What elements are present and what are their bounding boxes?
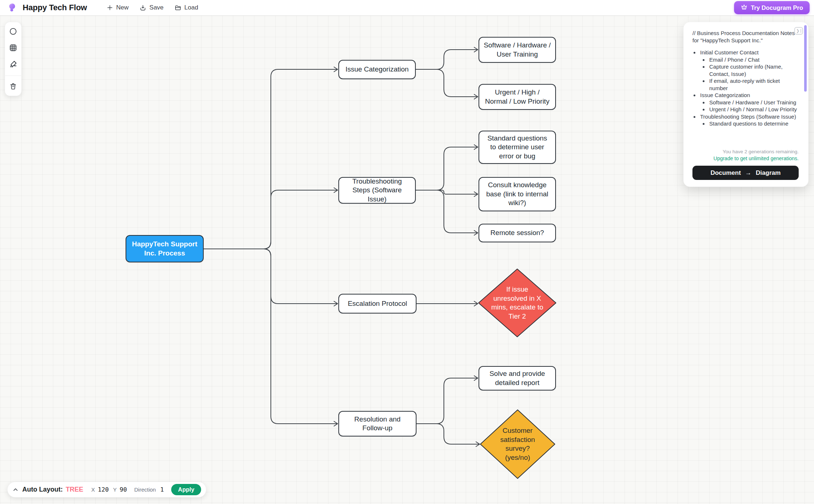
new-button[interactable]: New <box>107 4 128 11</box>
edge-troubleshooting-to-consult-kb <box>416 190 478 194</box>
save-button[interactable]: Save <box>139 4 164 11</box>
note-subitem: Capture customer info (Name, Contact, Is… <box>709 63 799 77</box>
node-root[interactable]: HappyTech Support Inc. Process <box>126 235 204 262</box>
collapse-panel-icon[interactable]: ❯ <box>794 27 803 35</box>
brush-tool-button[interactable] <box>8 59 19 70</box>
save-label: Save <box>149 4 164 11</box>
x-spacing-field[interactable]: 120 <box>98 486 109 493</box>
load-button[interactable]: Load <box>174 4 198 11</box>
node-satisfaction-survey[interactable] <box>480 410 555 478</box>
app-logo-icon <box>7 2 18 14</box>
toolbar-divider <box>5 76 21 76</box>
grid-tool-icon <box>9 43 18 53</box>
generations-remaining: You have 2 generations remaining. <box>692 149 799 155</box>
node-escalation[interactable]: Escalation Protocol <box>338 294 416 313</box>
node-remote-session[interactable]: Remote session? <box>479 224 556 242</box>
try-pro-button[interactable]: Try Docugram Pro <box>734 1 810 14</box>
note-item: Initial Customer ContactEmail / Phone / … <box>699 49 799 92</box>
chevron-up-icon[interactable] <box>13 488 18 491</box>
ellipse-tool-button[interactable] <box>8 26 19 37</box>
node-consult-kb[interactable]: Consult knowledge base (link to internal… <box>479 177 556 211</box>
note-subitem: Software / Hardware / User Training <box>709 99 799 106</box>
load-label: Load <box>184 4 198 11</box>
brush-tool-icon <box>9 60 18 70</box>
node-troubleshooting[interactable]: Troubleshooting Steps (Software Issue) <box>338 177 416 204</box>
note-subitem: If email, auto-reply with ticket number <box>709 77 799 92</box>
edge-troubleshooting-to-standard-questions <box>416 147 478 190</box>
note-item: Troubleshooting Steps (Software Issue)St… <box>699 113 799 127</box>
notes-footer: You have 2 generations remaining. Upgrad… <box>692 149 799 180</box>
node-priority[interactable]: Urgent / High / Normal / Low Priority <box>479 84 556 110</box>
node-issue-categorization[interactable]: Issue Categorization <box>338 60 416 79</box>
new-label: New <box>116 4 128 11</box>
upgrade-link[interactable]: Upgrade to get unlimited generations. <box>692 155 799 162</box>
direction-field[interactable]: 1 <box>160 486 164 493</box>
grid-tool-button[interactable] <box>8 43 19 54</box>
header-actions: NewSaveLoad <box>107 4 198 11</box>
layout-mode-value[interactable]: TREE <box>66 486 83 493</box>
edge-root-to-resolution <box>204 249 338 424</box>
header: Happy Tech Flow NewSaveLoad Try Docugram… <box>0 0 814 16</box>
direction-label: Direction <box>134 486 156 493</box>
note-subitem: Standard questions to determine <box>709 120 799 127</box>
notes-panel: ❯ // Business Process Documentation Note… <box>683 22 809 187</box>
folder-icon <box>174 4 181 11</box>
arrow-right-icon: → <box>745 169 752 177</box>
node-standard-questions[interactable]: Standard questions to determine user err… <box>479 131 556 164</box>
crown-icon <box>741 4 748 12</box>
note-item: Issue CategorizationSoftware / Hardware … <box>699 92 799 113</box>
circle-tool-icon <box>9 27 18 37</box>
notes-title: // Business Process Documentation Notes … <box>692 30 799 44</box>
delete-tool-button[interactable] <box>8 81 19 92</box>
node-solve-report[interactable]: Solve and provide detailed report <box>479 366 556 390</box>
y-label: Y <box>113 486 117 493</box>
node-escalate-tier2[interactable] <box>479 269 556 337</box>
apply-button[interactable]: Apply <box>171 484 201 495</box>
note-subitem: Urgent / High / Normal / Low Priority <box>709 106 799 113</box>
note-subitem: Email / Phone / Chat <box>709 56 799 64</box>
trash-icon <box>9 82 17 92</box>
edge-troubleshooting-to-remote-session <box>416 190 478 233</box>
notes-body[interactable]: // Business Process Documentation Notes … <box>692 30 799 147</box>
node-resolution[interactable]: Resolution and Follow-up <box>338 411 416 436</box>
auto-layout-bar: Auto Layout: TREE X 120 Y 90 Direction 1… <box>7 482 206 497</box>
app-window: HappyTech Support Inc. ProcessIssue Cate… <box>0 0 814 504</box>
edge-root-to-troubleshooting <box>204 190 338 249</box>
save-icon <box>139 4 146 11</box>
y-spacing-field[interactable]: 90 <box>120 486 127 493</box>
app-title: Happy Tech Flow <box>23 3 87 12</box>
auto-layout-label: Auto Layout: <box>22 486 63 493</box>
shape-toolbar <box>5 22 22 96</box>
edge-resolution-to-solve-report <box>416 378 478 424</box>
notes-list: Initial Customer ContactEmail / Phone / … <box>692 49 799 127</box>
edge-issue-categorization-to-priority <box>416 69 478 97</box>
panel-scrollbar[interactable] <box>804 25 807 92</box>
edge-issue-categorization-to-software-hardware <box>416 50 478 69</box>
plus-icon <box>107 4 113 11</box>
x-label: X <box>91 486 95 493</box>
document-to-diagram-button[interactable]: Document → Diagram <box>692 166 799 180</box>
edge-resolution-to-satisfaction-survey <box>416 424 480 444</box>
node-software-hardware[interactable]: Software / Hardware / User Training <box>479 37 556 63</box>
